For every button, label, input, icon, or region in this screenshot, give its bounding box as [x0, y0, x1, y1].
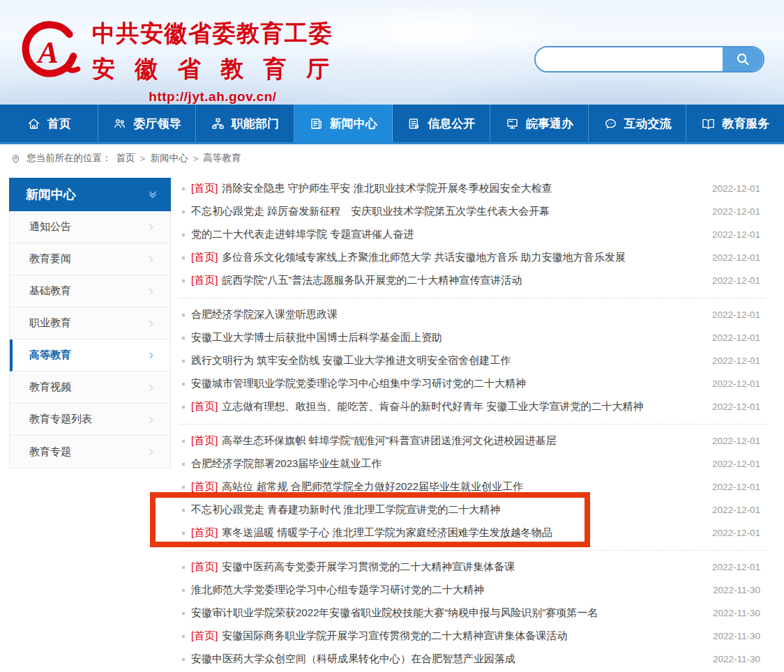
news-row: 安徽审计职业学院荣获2022年安徽省职业院校技能大赛“纳税申报与风险识别”赛项第… — [180, 602, 766, 625]
news-row: 合肥经济学院深入课堂听思政课2022-12-01 — [180, 303, 766, 326]
sidebar-item[interactable]: 教育要闻 — [10, 243, 170, 275]
site-branding: A 中共安徽省委教育工委 安徽省教育厅 http://jyt.ah.gov.cn… — [18, 18, 333, 105]
news-title-link[interactable]: 高站位 超常规 合肥师范学院全力做好2022届毕业生就业创业工作 — [222, 480, 523, 494]
news-title-link[interactable]: 践行文明行为 筑牢安全防线 安徽工业大学推进文明安全宿舍创建工作 — [191, 354, 511, 367]
news-title-link[interactable]: 安徽城市管理职业学院党委理论学习中心组集中学习研讨党的二十大精神 — [191, 377, 526, 390]
news-date: 2022-11-30 — [702, 585, 766, 595]
news-row: [首页]安徽中医药高专党委开展学习贯彻党的二十大精神宣讲集体备课2022-12-… — [180, 556, 766, 579]
news-title-link[interactable]: 合肥经济学院部署2023届毕业生就业工作 — [191, 457, 382, 471]
org-name-line1: 中共安徽省委教育工委 — [92, 18, 333, 49]
news-title-link[interactable]: 合肥经济学院深入课堂听思政课 — [191, 308, 338, 321]
chevron-right-icon — [146, 415, 156, 425]
sidebar-header-news-center[interactable]: 新闻中心 — [9, 178, 171, 211]
sidebar-item-label: 教育视频 — [29, 381, 71, 394]
news-row: 合肥经济学院部署2023届毕业生就业工作2022-12-01 — [180, 452, 766, 475]
news-date: 2022-12-01 — [701, 379, 766, 389]
news-row: [首页]消除安全隐患 守护师生平安 淮北职业技术学院开展冬季校园安全大检查202… — [180, 177, 766, 200]
home-icon — [27, 116, 41, 131]
org-name-line2: 安徽省教育厅 — [92, 54, 329, 85]
news-date: 2022-11-30 — [702, 654, 766, 664]
sidebar-item-label: 高等教育 — [29, 349, 71, 362]
news-date: 2022-12-01 — [701, 252, 766, 263]
site-title: 中共安徽省委教育工委 安徽省教育厅 http://jyt.ah.gov.cn/ — [92, 18, 333, 105]
bullet-icon — [182, 486, 185, 489]
news-row: [首页]安徽国际商务职业学院开展学习宣传贯彻党的二十大精神宣讲集体备课活动202… — [180, 625, 766, 648]
breadcrumb-label: 您当前所在的位置： — [27, 152, 112, 165]
nav-item[interactable]: 职能部门 — [196, 105, 294, 142]
news-title-link[interactable]: 安徽国际商务职业学院开展学习宣传贯彻党的二十大精神宣讲集体备课活动 — [222, 629, 567, 643]
news-date: 2022-12-01 — [701, 459, 766, 469]
breadcrumb-crumb[interactable]: 首页 — [116, 152, 135, 165]
bullet-icon — [182, 589, 185, 592]
news-title-link[interactable]: 立志做有理想、敢担当、能吃苦、肯奋斗的新时代好青年 安徽工业大学宣讲党的二十大精… — [222, 400, 643, 413]
sidebar-item[interactable]: 基础教育 — [10, 275, 170, 307]
news-title-link[interactable]: 淮北师范大学党委理论学习中心组专题学习研讨党的二十大精神 — [191, 583, 484, 597]
news-title-link[interactable]: 高举生态环保旗帜 蚌埠学院“靓淮河”科普宣讲团送淮河文化进校园进基层 — [222, 434, 556, 448]
news-title-link[interactable]: 安徽中医药大学众创空间（科研成果转化中心）在合肥智慧产业园落成 — [191, 652, 515, 666]
breadcrumb-separator: > — [140, 153, 146, 164]
news-date: 2022-11-30 — [702, 631, 766, 641]
news-title-link[interactable]: 安徽工业大学博士后获批中国博士后科学基金面上资助 — [191, 331, 442, 344]
bullet-icon — [182, 635, 185, 638]
news-row: 淮北师范大学党委理论学习中心组专题学习研讨党的二十大精神2022-11-30 — [180, 579, 766, 602]
leaders-icon — [112, 116, 127, 131]
departments-icon — [211, 116, 225, 131]
page: A 中共安徽省委教育工委 安徽省教育厅 http://jyt.ah.gov.cn… — [0, 0, 784, 672]
search-button[interactable] — [723, 47, 763, 71]
chevron-right-icon — [146, 351, 156, 360]
sidebar-item[interactable]: 教育专题列表 — [10, 404, 170, 436]
nav-item[interactable]: 皖事通办 — [490, 105, 589, 142]
nav-item[interactable]: 新闻中心 — [294, 105, 393, 142]
news-title-link[interactable]: 不忘初心跟党走 青春建功新时代 淮北理工学院宣讲党的二十大精神 — [191, 503, 500, 517]
news-date: 2022-12-01 — [701, 482, 766, 492]
news-date: 2022-12-01 — [701, 505, 766, 515]
news-title-link[interactable]: 安徽审计职业学院荣获2022年安徽省职业院校技能大赛“纳税申报与风险识别”赛项第… — [191, 606, 598, 620]
breadcrumb-crumb[interactable]: 新闻中心 — [150, 152, 188, 165]
front-page-tag: [首页] — [191, 400, 218, 413]
nav-item-label: 互动交流 — [624, 116, 672, 132]
bullet-icon — [182, 257, 185, 259]
search-input[interactable] — [536, 47, 723, 71]
site-logo-icon: A — [18, 18, 82, 88]
news-date: 2022-12-01 — [701, 402, 766, 412]
news-title-link[interactable]: 消除安全隐患 守护师生平安 淮北职业技术学院开展冬季校园安全大检查 — [222, 182, 552, 195]
news-title-link[interactable]: 安徽中医药高专党委开展学习贯彻党的二十大精神宣讲集体备课 — [222, 560, 515, 574]
nav-item[interactable]: 首页 — [0, 105, 98, 142]
news-row: [首页]皖西学院“八五”普法志愿服务队开展党的二十大精神宣传宣讲活动2022-1… — [180, 269, 766, 292]
news-title-link[interactable]: 不忘初心跟党走 踔厉奋发新征程 安庆职业技术学院第五次学生代表大会开幕 — [191, 205, 550, 218]
breadcrumb-crumb[interactable]: 高等教育 — [203, 152, 241, 165]
sidebar-item[interactable]: 职业教育 — [10, 307, 170, 339]
news-date: 2022-11-30 — [702, 608, 766, 618]
bullet-icon — [182, 566, 185, 569]
nav-item[interactable]: 教育服务 — [686, 105, 784, 142]
front-page-tag: [首页] — [191, 274, 218, 287]
sidebar-title: 新闻中心 — [26, 186, 76, 203]
news-date: 2022-12-01 — [701, 275, 766, 286]
sidebar-item[interactable]: 教育专题 — [10, 436, 170, 468]
sidebar-item[interactable]: 通知公告 — [10, 211, 170, 243]
news-title-link[interactable]: 多位音乐文化领域专家线上齐聚淮北师范大学 共话安徽地方音乐 助力安徽地方音乐发展 — [222, 251, 625, 264]
sidebar: 新闻中心 通知公告教育要闻基础教育职业教育高等教育教育视频教育专题列表教育专题 — [9, 178, 171, 468]
group-divider — [180, 418, 766, 425]
news-title-link[interactable]: 寒冬送温暖 情暖学子心 淮北理工学院为家庭经济困难学生发放越冬物品 — [222, 526, 552, 540]
news-title-link[interactable]: 皖西学院“八五”普法志愿服务队开展党的二十大精神宣传宣讲活动 — [222, 274, 522, 287]
site-url: http://jyt.ah.gov.cn/ — [92, 89, 333, 105]
news-list: [首页]消除安全隐患 守护师生平安 淮北职业技术学院开展冬季校园安全大检查202… — [180, 177, 766, 671]
nav-item[interactable]: 委厅领导 — [98, 105, 197, 142]
sidebar-item[interactable]: 高等教育 — [10, 339, 170, 372]
nav-item-label: 职能部门 — [232, 116, 279, 132]
bullet-icon — [182, 658, 185, 661]
services-portal-icon — [505, 116, 520, 131]
sidebar-item[interactable]: 教育视频 — [10, 372, 170, 404]
news-date: 2022-12-01 — [701, 436, 766, 446]
bullet-icon — [182, 383, 185, 385]
interaction-icon — [603, 116, 618, 131]
news-row: [首页]寒冬送温暖 情暖学子心 淮北理工学院为家庭经济困难学生发放越冬物品202… — [180, 521, 766, 544]
bullet-icon — [182, 211, 185, 213]
news-title-link[interactable]: 党的二十大代表走进蚌埠学院 专题宣讲催人奋进 — [191, 228, 414, 241]
chevron-right-icon — [146, 383, 156, 392]
nav-item[interactable]: 信息公开 — [393, 105, 491, 142]
nav-item-label: 委厅领导 — [133, 116, 181, 132]
news-row: 不忘初心跟党走 青春建功新时代 淮北理工学院宣讲党的二十大精神2022-12-0… — [180, 498, 766, 521]
nav-item[interactable]: 互动交流 — [589, 105, 687, 142]
